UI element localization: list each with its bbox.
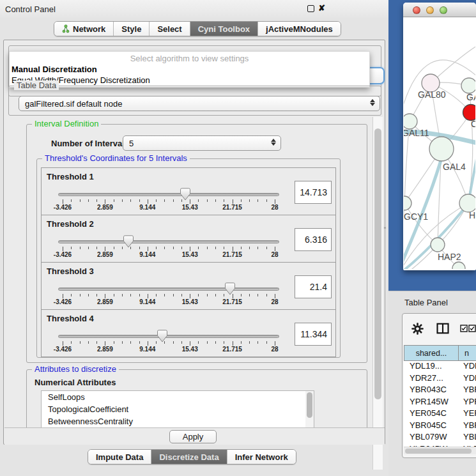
network-graph[interactable]: GAL80GACGAL11GAL4GCY1HHAP2 bbox=[404, 17, 475, 269]
node-label: C bbox=[471, 119, 475, 129]
edge-node-right[interactable] bbox=[461, 78, 475, 93]
threshold-slider[interactable]: -3.4262.8599.14415.4321.71528 bbox=[58, 190, 279, 211]
slider-thumb-icon bbox=[157, 330, 168, 342]
slider-tick bbox=[71, 247, 72, 249]
network-edge[interactable] bbox=[404, 203, 438, 245]
gear-icon[interactable] bbox=[411, 323, 424, 335]
slider-tick bbox=[164, 247, 165, 249]
slider-tick bbox=[114, 247, 114, 249]
tab-discretize-data[interactable]: Discretize Data bbox=[151, 450, 227, 464]
table-data-combo[interactable]: galFiltered.sif default node bbox=[19, 96, 380, 111]
table-row[interactable]: YBR043CYBR0 bbox=[404, 385, 476, 397]
slider-tick bbox=[241, 294, 242, 296]
table-row[interactable]: YER054CYER0 bbox=[404, 408, 476, 420]
number-of-intervals-combo[interactable]: 5 bbox=[123, 135, 281, 151]
close-icon[interactable]: ✘ bbox=[318, 3, 325, 13]
columns-icon[interactable] bbox=[436, 322, 449, 335]
checkbox-icon[interactable] bbox=[460, 325, 468, 332]
table-row[interactable]: YDR27...YDR2 bbox=[404, 373, 476, 385]
tab-jactivemnodules[interactable]: jActiveMNodules bbox=[258, 22, 341, 36]
table-cell: YDL19... bbox=[404, 361, 459, 373]
slider-tick-label: 15.43 bbox=[182, 298, 198, 305]
table-row[interactable]: YBL079WYBL0 bbox=[404, 432, 476, 444]
bottom-node[interactable] bbox=[452, 262, 465, 269]
tab-style[interactable]: Style bbox=[114, 22, 150, 36]
threshold-slider[interactable]: -3.4262.8599.14415.4321.71528 bbox=[58, 332, 279, 353]
slider-tick bbox=[173, 294, 174, 296]
apply-button[interactable]: Apply bbox=[169, 430, 217, 443]
network-window-titlebar[interactable] bbox=[403, 3, 476, 17]
combo-stepper-icon bbox=[271, 139, 276, 146]
attribute-list-item[interactable]: BetweennessCentrality bbox=[42, 415, 314, 427]
attribute-list-item[interactable]: SelfLoops bbox=[42, 391, 314, 403]
slider-thumb[interactable] bbox=[180, 188, 190, 203]
slider-tick bbox=[139, 199, 140, 202]
tab-impute-data[interactable]: Impute Data bbox=[88, 450, 151, 464]
tab-label: Cyni Toolbox bbox=[198, 24, 250, 34]
tab-label: Discretize Data bbox=[159, 452, 219, 462]
column-header-name[interactable]: n bbox=[459, 345, 476, 361]
float-window-icon[interactable] bbox=[307, 5, 314, 12]
network-canvas[interactable]: GAL80GACGAL11GAL4GCY1HHAP2 bbox=[404, 17, 475, 269]
slider-tick bbox=[80, 294, 81, 296]
threshold-value-field[interactable]: 14.713 bbox=[295, 181, 332, 204]
table-row[interactable]: YBR045CYBR0 bbox=[404, 420, 476, 433]
HAP2-node[interactable] bbox=[431, 238, 445, 252]
split-pane-handle[interactable] bbox=[384, 227, 386, 229]
scrollbar-thumb[interactable] bbox=[307, 392, 312, 418]
slider-thumb[interactable] bbox=[123, 235, 134, 250]
slider-tick-label: 9.144 bbox=[139, 251, 155, 258]
GCY1-node[interactable] bbox=[404, 196, 411, 210]
combo-stepper-icon bbox=[370, 99, 375, 106]
settings-vertical-scrollbar[interactable] bbox=[372, 117, 383, 470]
GAL4-node[interactable] bbox=[429, 137, 454, 161]
slider-tick bbox=[224, 341, 224, 344]
interval-definition-label: Interval Definition bbox=[32, 119, 101, 128]
tab-infer-network[interactable]: Infer Network bbox=[227, 450, 296, 464]
slider-tick bbox=[96, 247, 97, 249]
tab-cyni-toolbox[interactable]: Cyni Toolbox bbox=[190, 22, 258, 36]
threshold-value-field[interactable]: 6.316 bbox=[295, 228, 332, 251]
slider-tick-label: 15.43 bbox=[182, 346, 198, 353]
slider-tick bbox=[88, 341, 89, 344]
slider-thumb[interactable] bbox=[157, 330, 168, 344]
slider-tick bbox=[249, 199, 250, 202]
attribute-list-item[interactable]: TopologicalCoefficient bbox=[42, 403, 314, 415]
network-icon bbox=[62, 24, 70, 33]
slider-tick bbox=[215, 341, 216, 344]
threshold-slider[interactable]: -3.4262.8599.14415.4321.71528 bbox=[58, 237, 279, 259]
red-node[interactable] bbox=[463, 105, 476, 121]
slider-tick bbox=[198, 247, 199, 249]
close-traffic-light-icon[interactable] bbox=[413, 6, 420, 14]
dropdown-item-manual-discretization[interactable]: Manual Discretization bbox=[12, 65, 97, 74]
table-cell: YBR0 bbox=[459, 385, 476, 397]
GAL11-node[interactable] bbox=[404, 114, 417, 129]
tab-select[interactable]: Select bbox=[150, 22, 190, 36]
H-node[interactable] bbox=[459, 194, 475, 212]
slider-tick bbox=[80, 247, 81, 249]
slider-tick bbox=[105, 199, 105, 204]
scrollbar-thumb[interactable] bbox=[374, 128, 381, 399]
slider-tick bbox=[275, 247, 275, 251]
table-cell: YDR2 bbox=[459, 373, 476, 385]
slider-tick bbox=[80, 341, 81, 344]
tab-network[interactable]: Network bbox=[54, 22, 114, 36]
table-panel-title: Table Panel bbox=[404, 298, 448, 307]
zoom-traffic-light-icon[interactable] bbox=[440, 6, 447, 14]
threshold-panel-4: Threshold 4-3.4262.8599.14415.4321.71528… bbox=[41, 309, 336, 357]
slider-tick bbox=[190, 341, 190, 346]
slider-tick bbox=[63, 294, 63, 298]
table-horizontal-scrollbar[interactable] bbox=[404, 447, 476, 454]
scrollbar-thumb[interactable] bbox=[405, 449, 472, 454]
slider-tick bbox=[173, 199, 174, 202]
table-row[interactable]: YPR145WYPR1 bbox=[404, 397, 476, 409]
table-row[interactable]: YDL19...YDL1 bbox=[404, 361, 476, 373]
checkbox-icon[interactable] bbox=[468, 325, 476, 332]
column-header-shared-name[interactable]: shared... bbox=[404, 345, 459, 361]
slider-tick bbox=[257, 247, 258, 249]
threshold-value-field[interactable]: 21.4 bbox=[295, 275, 332, 298]
minimize-traffic-light-icon[interactable] bbox=[426, 6, 434, 14]
threshold-slider[interactable]: -3.4262.8599.14415.4321.71528 bbox=[58, 284, 279, 306]
threshold-value-field[interactable]: 11.344 bbox=[295, 323, 332, 346]
slider-thumb[interactable] bbox=[225, 282, 236, 297]
